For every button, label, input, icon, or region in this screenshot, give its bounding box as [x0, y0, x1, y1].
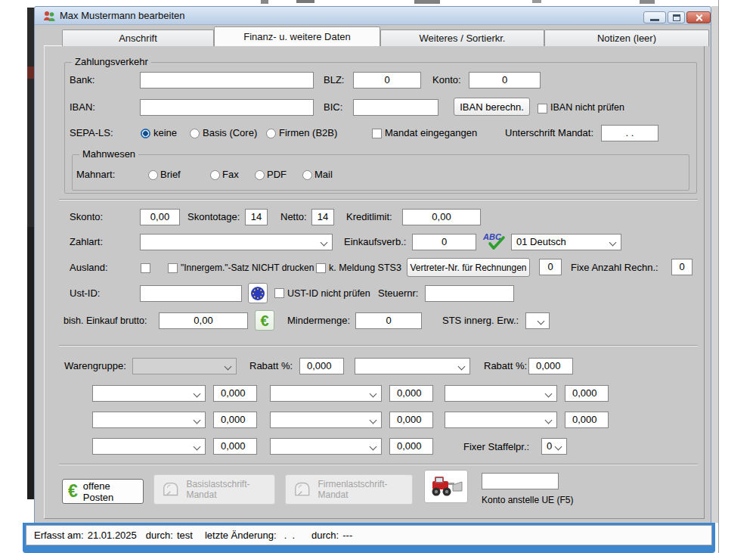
einkaufsverb-label: Einkaufsverb.:	[344, 235, 406, 250]
rabatt-grid-combo[interactable]	[270, 412, 382, 428]
rabatt-grid-value[interactable]: 0,000	[389, 438, 433, 455]
warengruppe-combo[interactable]	[132, 358, 237, 374]
chevron-down-icon	[545, 390, 553, 398]
chevron-down-icon	[609, 239, 617, 247]
close-button[interactable]	[686, 11, 711, 23]
tab-label: Finanz- u. weitere Daten	[243, 31, 351, 42]
tab-notizen[interactable]: Notizen (leer)	[544, 30, 709, 46]
warengruppe2-combo[interactable]	[355, 358, 470, 374]
sepa-keine-label: keine	[153, 126, 177, 141]
tab-finanz-daten[interactable]: Finanz- u. weitere Daten	[214, 26, 380, 46]
rabatt-grid-combo[interactable]	[92, 385, 206, 402]
kreditlimit-input[interactable]: 0,00	[402, 209, 481, 225]
mindermenge-input[interactable]: 0	[355, 312, 422, 329]
ustid-eu-check-button[interactable]	[248, 283, 268, 303]
skonto-input[interactable]: 0,00	[140, 209, 180, 225]
blz-input[interactable]: 0	[353, 72, 421, 89]
mahnart-brief-radio[interactable]	[148, 170, 158, 180]
konto-anstelle-input[interactable]	[482, 473, 559, 489]
background-window-edge	[718, 0, 719, 553]
iban-input[interactable]	[140, 99, 314, 116]
rabatt-grid-combo[interactable]	[92, 438, 206, 455]
rabatt-grid-combo[interactable]	[445, 385, 557, 402]
ausland-label: Ausland:	[70, 260, 108, 275]
chevron-down-icon	[370, 390, 377, 398]
sts3-checkbox[interactable]	[316, 263, 326, 273]
mahnart-fax-radio[interactable]	[210, 170, 220, 180]
chevron-down-icon	[555, 443, 562, 451]
background-artifact	[296, 0, 314, 3]
rabatt-grid-value[interactable]: 0,000	[389, 412, 433, 428]
iban-nicht-pruefen-checkbox[interactable]	[538, 104, 547, 113]
rabatt-grid-combo[interactable]	[270, 385, 382, 402]
bank-input[interactable]	[140, 72, 314, 89]
section-divider	[59, 345, 698, 346]
einkauf-brutto-label: bish. Einkauf brutto:	[64, 313, 147, 328]
tab-anschrift[interactable]: Anschrift	[62, 30, 214, 46]
steuernr-input[interactable]	[425, 285, 514, 302]
fixer-staffelpr-combo[interactable]: 0	[541, 438, 567, 455]
skontotage-input[interactable]: 14	[245, 209, 268, 225]
rabatt-grid-value[interactable]: 0,000	[389, 385, 433, 402]
mandat-eingegangen-checkbox[interactable]	[372, 129, 382, 138]
vertreter-nr-label: Vertreter-Nr. für Rechnungen	[410, 263, 526, 273]
durch-value: test	[177, 530, 193, 541]
zahlart-combo[interactable]	[140, 234, 333, 250]
bic-input[interactable]	[353, 99, 438, 116]
euro-button[interactable]: €	[255, 310, 274, 331]
blz-label: BLZ:	[324, 73, 344, 88]
einkauf-brutto-input[interactable]: 0,00	[159, 312, 248, 329]
mahnart-fax-label: Fax	[222, 167, 239, 182]
sepa-basis-radio[interactable]	[190, 129, 200, 138]
mahnart-mail-label: Mail	[314, 167, 333, 182]
unterschrift-mandat-label: Unterschrift Mandat:	[505, 126, 593, 141]
rabatt-grid-value[interactable]: 0,000	[565, 385, 609, 402]
ustid-nicht-pruefen-checkbox[interactable]	[274, 288, 284, 298]
einkaufsverb-input[interactable]: 0	[412, 234, 476, 250]
netto-input[interactable]: 14	[311, 209, 334, 225]
vertreter-nr-input[interactable]: 0	[539, 259, 562, 275]
minimize-button[interactable]	[643, 11, 666, 23]
rabatt1-label: Rabatt %:	[249, 359, 293, 374]
rabatt-grid-value[interactable]: 0,000	[213, 438, 257, 455]
sepa-keine-radio[interactable]	[141, 129, 150, 138]
sprache-combo[interactable]: 01 Deutsch	[511, 234, 621, 250]
rabatt-grid-value[interactable]: 0,000	[565, 412, 609, 428]
bic-label: BIC:	[324, 100, 342, 115]
ustid-input[interactable]	[140, 285, 242, 302]
window-title: Max Mustermann bearbeiten	[60, 10, 184, 21]
rabatt-grid-value[interactable]: 0,000	[213, 385, 257, 402]
rabatt-grid-combo[interactable]	[270, 438, 382, 455]
eu-flag-icon	[250, 286, 265, 301]
chevron-down-icon	[370, 443, 377, 451]
innergem-label: "Innergem."-Satz NICHT drucken	[181, 260, 314, 275]
unterschrift-mandat-input[interactable]: . .	[601, 125, 658, 141]
fixe-anzahl-input[interactable]: 0	[671, 259, 692, 275]
iban-berechnen-label: IBAN berechn.	[460, 101, 524, 113]
konto-input[interactable]: 0	[469, 72, 541, 89]
maximize-button[interactable]	[668, 11, 685, 23]
innergem-checkbox[interactable]	[168, 263, 178, 273]
ausland-checkbox[interactable]	[141, 263, 150, 273]
tab-weiteres-sortierkr[interactable]: Weiteres / Sortierkr.	[380, 30, 544, 46]
mahnart-pdf-radio[interactable]	[255, 170, 265, 180]
rabatt1-input[interactable]: 0,000	[299, 358, 344, 374]
vertreter-nr-button[interactable]: Vertreter-Nr. für Rechnungen	[407, 258, 530, 277]
title-bar: Max Mustermann bearbeiten	[35, 7, 711, 25]
netto-label: Netto:	[280, 210, 307, 225]
rabatt2-input[interactable]: 0,000	[528, 358, 573, 374]
iban-berechnen-button[interactable]: IBAN berechn.	[454, 98, 530, 116]
mahnart-mail-radio[interactable]	[302, 170, 312, 180]
euro-icon: €	[260, 313, 268, 328]
status-bar: Erfasst am: 21.01.2025 durch: test letzt…	[26, 525, 712, 545]
sts-innerg-combo[interactable]	[525, 312, 550, 329]
letzte-aenderung-value: . .	[284, 530, 295, 541]
offene-posten-button[interactable]: € offene Posten	[62, 479, 144, 504]
euro-icon: €	[68, 483, 78, 500]
konto-anstelle-button[interactable]	[424, 470, 468, 503]
rabatt-grid-value[interactable]: 0,000	[213, 412, 257, 428]
rabatt-grid-combo[interactable]	[92, 412, 206, 428]
chevron-down-icon	[194, 390, 201, 398]
sepa-firmen-radio[interactable]	[266, 129, 276, 138]
rabatt-grid-combo[interactable]	[445, 412, 557, 428]
